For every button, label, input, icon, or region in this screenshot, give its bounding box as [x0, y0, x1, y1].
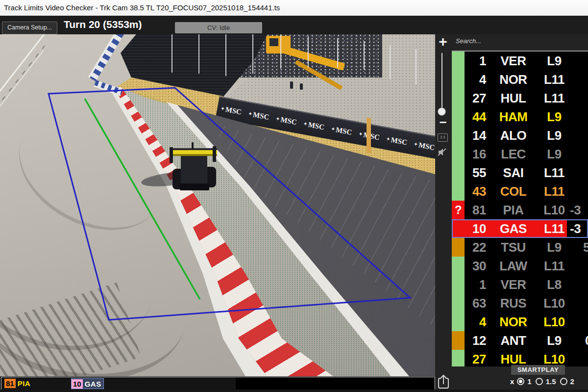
driver-row[interactable]: 27 HUL L11 — [452, 89, 588, 107]
driver-number: 1 — [465, 53, 486, 69]
driver-row[interactable]: 30 LAW L11 — [452, 257, 588, 275]
lap-label: L9 — [539, 333, 569, 348]
status-marker — [452, 219, 465, 238]
driver-name: ALO — [490, 128, 537, 143]
zoom-out-button[interactable]: − — [435, 115, 451, 130]
turn-label: Turn 20 (5353m) — [64, 19, 142, 30]
status-marker — [452, 182, 465, 201]
driver-row[interactable]: 1 VER L9 — [452, 52, 588, 70]
actual-size-button[interactable]: 1:1 — [438, 133, 448, 142]
driver-number: 30 — [465, 259, 486, 274]
driver-row[interactable]: ? 81 PIA L10 -3 — [452, 201, 588, 219]
status-marker — [452, 294, 465, 313]
driver-number: 4 — [465, 314, 486, 330]
radio-1.5[interactable] — [536, 378, 543, 385]
driver-row[interactable]: 12 ANT L9 0 — [452, 331, 588, 350]
timeline-tag-GAS[interactable]: 10GAS — [71, 378, 104, 389]
driver-number: 10 — [465, 221, 486, 236]
radio-1[interactable] — [517, 378, 524, 385]
radio-label[interactable]: 2 — [570, 377, 574, 386]
speed-prefix-label: x — [510, 377, 514, 386]
share-export-icon[interactable] — [437, 374, 450, 390]
driver-number: 27 — [465, 352, 486, 367]
driver-row[interactable]: 1 VER L8 — [452, 275, 588, 294]
driver-row[interactable]: 22 TSU L9 5 — [452, 238, 588, 257]
timeline-segment — [1, 377, 236, 390]
lap-label: L10 — [539, 296, 569, 311]
driver-name: SAI — [490, 165, 537, 181]
driver-name: HAM — [490, 109, 537, 125]
lap-label: L9 — [539, 109, 569, 125]
window-title: Track Limits Video Checker - Trk Cam 38.… — [4, 3, 280, 12]
status-marker — [452, 126, 465, 145]
driver-name: LEC — [490, 147, 537, 162]
timeline-tag-name: PIA — [16, 379, 33, 388]
driver-row[interactable]: 10 GAS L11 -3 — [452, 219, 588, 238]
title-bar: Track Limits Video Checker - Trk Cam 38.… — [0, 0, 588, 16]
status-marker: ? — [452, 201, 465, 219]
lap-label: L9 — [539, 240, 569, 255]
driver-name: GAS — [490, 221, 537, 236]
zoom-in-button[interactable]: + — [435, 33, 451, 50]
search-input[interactable]: Search... — [456, 37, 481, 45]
smartplay-button[interactable]: SMARTPLAY — [511, 365, 565, 375]
cut-off-value: -3 — [570, 219, 581, 238]
driver-row[interactable]: 63 RUS L10 — [452, 294, 588, 313]
lap-label: L9 — [539, 147, 569, 162]
driver-number: 44 — [465, 109, 486, 125]
driver-name: LAW — [490, 259, 537, 274]
zoom-slider-thumb[interactable] — [438, 108, 445, 115]
driver-row[interactable]: 4 NOR L11 — [452, 70, 588, 89]
lap-label: L10 — [539, 352, 569, 367]
timeline-tag-name: GAS — [83, 379, 103, 389]
radio-2[interactable] — [560, 378, 567, 385]
timeline-tag-number: 81 — [4, 379, 16, 388]
driver-number: 22 — [465, 240, 486, 255]
driver-number: 27 — [465, 91, 486, 106]
radio-label[interactable]: 1.5 — [546, 377, 556, 386]
driver-number: 1 — [465, 277, 486, 292]
driver-number: 63 — [465, 296, 486, 311]
driver-name: NOR — [490, 72, 537, 87]
mute-icon[interactable] — [437, 147, 448, 157]
cut-off-value: 5 — [583, 238, 588, 257]
lap-label: L9 — [539, 128, 569, 143]
driver-row[interactable]: 44 HAM L9 — [452, 107, 588, 126]
status-marker — [452, 313, 465, 331]
status-marker — [452, 331, 465, 350]
driver-row[interactable]: 14 ALO L9 — [452, 126, 588, 145]
driver-row[interactable]: 4 NOR L10 — [452, 313, 588, 331]
status-marker — [452, 107, 465, 126]
driver-name: RUS — [490, 296, 537, 311]
status-marker — [452, 275, 465, 294]
status-marker — [452, 52, 465, 70]
driver-row[interactable]: 27 HUL L10 — [452, 350, 588, 366]
timeline-tag-number: 10 — [72, 379, 83, 389]
driver-row[interactable]: 55 SAI L11 — [452, 163, 588, 182]
driver-name: NOR — [490, 314, 537, 330]
driver-row[interactable]: 16 LEC L9 — [452, 145, 588, 163]
driver-name: VER — [490, 53, 537, 69]
cut-off-value: 0 — [585, 331, 588, 350]
video-frame[interactable]: ✦MSC✦MSC✦MSC✦MSC✦MSC✦MSC✦MSC✦MSC — [0, 34, 435, 376]
driver-number: 4 — [465, 72, 486, 87]
cut-off-value: -3 — [570, 201, 581, 219]
playback-speed-radio-group[interactable]: x 11.52 — [510, 377, 575, 386]
camera-setup-button[interactable]: Camera Setup... — [2, 22, 57, 34]
driver-row[interactable]: 43 COL L11 — [452, 182, 588, 201]
driver-name: HUL — [490, 91, 537, 106]
driver-name: VER — [490, 277, 537, 292]
lap-label: L11 — [539, 259, 569, 274]
lap-label: L9 — [539, 53, 569, 69]
status-marker — [452, 350, 465, 366]
zoom-slider[interactable] — [441, 53, 442, 111]
timeline-tag-PIA[interactable]: 81PIA — [4, 378, 32, 388]
status-marker — [452, 145, 465, 163]
driver-number: 43 — [465, 184, 486, 199]
timeline[interactable]: 81PIA10GAS — [1, 377, 435, 390]
driver-name: TSU — [490, 240, 537, 255]
lap-label: L10 — [539, 203, 569, 218]
driver-name: HUL — [490, 352, 537, 367]
radio-label[interactable]: 1 — [527, 377, 531, 386]
cv-status-button[interactable]: CV: Idle — [175, 22, 262, 33]
